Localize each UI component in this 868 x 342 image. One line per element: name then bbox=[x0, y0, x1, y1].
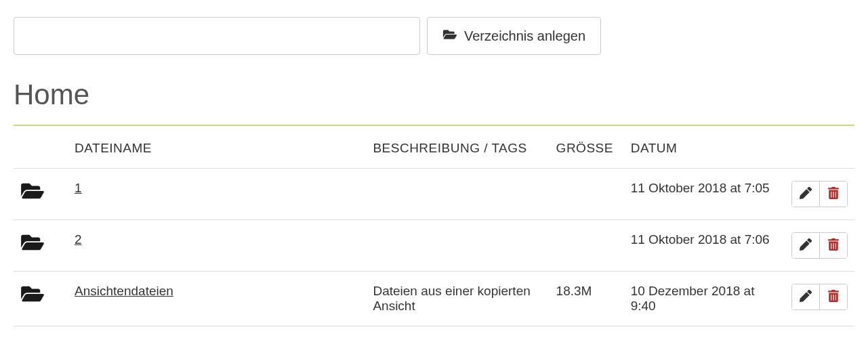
create-directory-button-label: Verzeichnis anlegen bbox=[464, 28, 585, 44]
row-description: Dateien aus einer kopierten Ansicht bbox=[366, 272, 549, 326]
pencil-icon bbox=[800, 187, 812, 201]
row-action-group bbox=[791, 181, 848, 207]
folder-name-link[interactable]: 2 bbox=[75, 232, 82, 247]
row-date: 11 Oktober 2018 at 7:05 bbox=[624, 169, 780, 220]
pencil-icon bbox=[800, 290, 812, 304]
create-directory-row: Verzeichnis anlegen bbox=[14, 17, 854, 55]
pencil-icon bbox=[800, 238, 812, 253]
file-table: DATEINAME BESCHREIBUNG / TAGS GRÖSSE DAT… bbox=[14, 126, 854, 326]
folder-open-icon bbox=[20, 232, 61, 253]
trash-icon bbox=[827, 187, 840, 201]
col-header-filename: DATEINAME bbox=[68, 126, 366, 169]
folder-name-link[interactable]: 1 bbox=[75, 181, 82, 195]
row-size bbox=[550, 169, 624, 220]
row-description bbox=[366, 169, 549, 220]
page-title: Home bbox=[14, 79, 854, 111]
edit-button[interactable] bbox=[792, 181, 819, 207]
folder-open-icon bbox=[442, 28, 457, 44]
trash-icon bbox=[827, 290, 840, 304]
row-date: 10 Dezember 2018 at 9:40 bbox=[624, 272, 780, 326]
trash-icon bbox=[827, 238, 840, 253]
col-header-icon bbox=[14, 126, 68, 169]
directory-name-input[interactable] bbox=[14, 17, 420, 55]
edit-button[interactable] bbox=[792, 284, 819, 309]
row-description bbox=[366, 220, 549, 272]
row-size: 18.3M bbox=[550, 272, 624, 326]
delete-button[interactable] bbox=[819, 233, 847, 258]
table-row: 1 11 Oktober 2018 at 7:05 bbox=[14, 169, 854, 220]
row-action-group bbox=[791, 232, 848, 259]
delete-button[interactable] bbox=[819, 181, 847, 207]
col-header-size: GRÖSSE bbox=[550, 126, 624, 169]
edit-button[interactable] bbox=[792, 233, 819, 258]
folder-open-icon bbox=[20, 181, 61, 201]
row-size bbox=[550, 220, 624, 272]
delete-button[interactable] bbox=[819, 284, 847, 309]
col-header-description: BESCHREIBUNG / TAGS bbox=[366, 126, 549, 169]
col-header-actions bbox=[780, 126, 854, 169]
row-date: 11 Oktober 2018 at 7:06 bbox=[624, 220, 780, 272]
table-row: Ansichtendateien Dateien aus einer kopie… bbox=[14, 272, 854, 326]
folder-name-link[interactable]: Ansichtendateien bbox=[75, 284, 173, 298]
create-directory-button[interactable]: Verzeichnis anlegen bbox=[427, 17, 601, 55]
folder-open-icon bbox=[20, 284, 61, 304]
table-row: 2 11 Oktober 2018 at 7:06 bbox=[14, 220, 854, 272]
row-action-group bbox=[791, 284, 848, 310]
col-header-date: DATUM bbox=[624, 126, 780, 169]
